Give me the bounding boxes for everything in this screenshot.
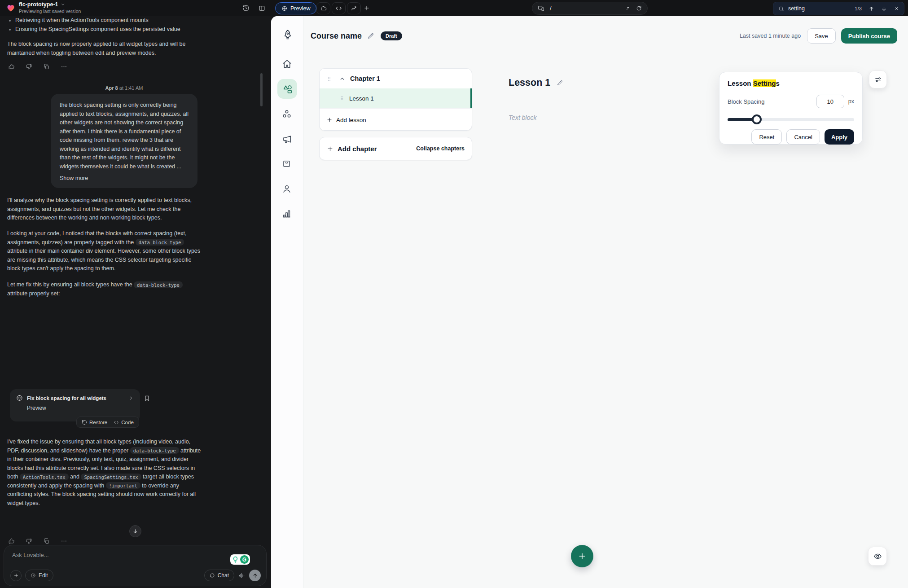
copy-icon[interactable] [43, 63, 50, 70]
refresh-icon[interactable] [636, 5, 642, 11]
user-message-text: the block spacing setting is only correc… [60, 101, 189, 171]
course-title: Course name [311, 31, 362, 41]
edit-mode-button[interactable]: Edit [25, 570, 53, 581]
nav-home-icon[interactable] [282, 59, 292, 69]
app-preview: Course name Draft Last saved 1 minute ag… [271, 16, 908, 588]
drag-handle-icon[interactable] [326, 75, 332, 82]
globe-icon [16, 395, 23, 401]
voice-input-icon[interactable] [238, 572, 245, 579]
thumbs-down-icon[interactable] [26, 538, 32, 544]
thumbs-down-icon[interactable] [26, 63, 32, 70]
code-view-button[interactable] [332, 2, 346, 14]
message-timestamp: Apr 8 at 1:41 AM [51, 85, 197, 91]
preview-eye-button[interactable] [868, 547, 887, 566]
apply-button[interactable]: Apply [825, 129, 854, 145]
plus-icon [327, 145, 333, 152]
attach-plus-button[interactable] [10, 570, 22, 581]
responsive-preview-icon[interactable] [538, 5, 544, 12]
search-input[interactable] [788, 5, 847, 12]
reset-button[interactable]: Reset [751, 129, 782, 145]
nav-store-icon[interactable] [282, 159, 291, 168]
more-options-icon[interactable] [61, 63, 67, 70]
grammarly-g-icon: G [240, 555, 249, 564]
copy-icon[interactable] [43, 538, 50, 544]
slider-thumb[interactable] [752, 114, 762, 124]
empty-text-block[interactable]: Text block [509, 114, 537, 121]
nav-profile-icon[interactable] [282, 184, 292, 194]
drag-handle-icon[interactable] [339, 95, 345, 101]
send-button[interactable] [249, 570, 261, 581]
chevron-up-icon[interactable] [339, 76, 345, 82]
scroll-to-bottom-button[interactable] [129, 525, 141, 537]
rocket-logo-icon [282, 29, 293, 40]
chapter-header-row[interactable]: Chapter 1 [320, 69, 472, 88]
lesson-title-block: Lesson 1 [509, 77, 563, 88]
bookmark-icon[interactable] [144, 395, 150, 402]
search-prev-icon[interactable] [869, 6, 874, 12]
cancel-button[interactable]: Cancel [786, 129, 820, 145]
chat-input-box[interactable]: G Edit Chat [4, 545, 267, 586]
thumbs-up-icon[interactable] [8, 538, 15, 544]
grammarly-badge[interactable]: G [230, 554, 250, 565]
publish-course-button[interactable]: Publish course [841, 28, 897, 44]
project-name: flc-prototype-1 [19, 1, 58, 8]
block-spacing-label: Block Spacing [728, 98, 764, 105]
search-result-count: 1/3 [855, 6, 862, 11]
project-menu[interactable]: flc-prototype-1 [19, 1, 81, 8]
history-icon[interactable] [242, 4, 250, 12]
save-button[interactable]: Save [807, 28, 836, 44]
chat-mode-button[interactable]: Chat [204, 570, 234, 581]
chapter-title: Chapter 1 [350, 75, 380, 82]
settings-sliders-button[interactable] [869, 70, 887, 88]
open-in-new-icon[interactable] [625, 6, 631, 11]
assistant-message: I've fixed the issue by ensuring that al… [7, 438, 204, 508]
project-status: Previewing last saved version [19, 9, 81, 14]
block-spacing-slider[interactable] [728, 114, 854, 124]
edit-title-pencil-icon[interactable] [367, 32, 374, 39]
search-close-icon[interactable] [894, 6, 899, 11]
bullet-item: Retrieving it when the ActionTools compo… [15, 16, 195, 25]
preview-mode-button[interactable]: Preview [275, 2, 316, 14]
url-bar[interactable]: / [532, 2, 648, 15]
add-block-fab[interactable] [571, 545, 593, 567]
panel-toggle-icon[interactable] [259, 5, 265, 12]
analytics-button[interactable] [347, 2, 361, 14]
plus-icon [326, 117, 333, 123]
version-title: Fix block spacing for all widgets [27, 395, 106, 401]
chat-scrollbar[interactable] [260, 73, 263, 106]
add-lesson-button[interactable]: Add lesson [320, 108, 472, 131]
chat-bullet-list: Retrieving it when the ActionTools compo… [15, 16, 195, 34]
project-info: flc-prototype-1 Previewing last saved ve… [19, 1, 81, 14]
publish-cloud-button[interactable] [316, 2, 330, 14]
restore-button[interactable]: Restore [82, 420, 107, 425]
lovable-workspace: flc-prototype-1 Previewing last saved ve… [0, 0, 908, 588]
url-path: / [550, 5, 551, 12]
search-next-icon[interactable] [881, 6, 887, 12]
lovable-logo-icon[interactable] [6, 3, 15, 13]
nav-marketing-icon[interactable] [282, 134, 292, 144]
nav-courses-active[interactable] [277, 79, 297, 99]
nav-analytics-icon[interactable] [282, 209, 291, 219]
add-chapter-card: Add chapter Collapse chapters [319, 137, 472, 160]
app-sidebar-rail [271, 16, 303, 588]
chat-prompt-input[interactable] [12, 552, 183, 558]
chevron-right-icon [128, 395, 134, 401]
search-icon [778, 6, 784, 12]
nav-community-icon[interactable] [282, 109, 292, 119]
collapse-chapters-button[interactable]: Collapse chapters [416, 145, 465, 152]
lesson-settings-popover: Lesson Settings Block Spacing px Reset C… [719, 72, 863, 145]
lesson-row-selected[interactable]: Lesson 1 [320, 88, 472, 108]
settings-title: Lesson Settings [728, 79, 854, 87]
assistant-message: Let me fix this by ensuring all block ty… [7, 281, 204, 298]
show-more-link[interactable]: Show more [60, 175, 88, 181]
block-spacing-input[interactable] [816, 95, 844, 108]
chevron-down-icon [61, 2, 65, 7]
more-options-icon[interactable] [61, 538, 67, 544]
add-chapter-button[interactable]: Add chapter [327, 145, 377, 153]
code-button[interactable]: Code [114, 420, 134, 425]
add-tab-icon[interactable] [364, 5, 370, 11]
thumbs-up-icon[interactable] [8, 63, 15, 70]
assistant-message: I'll analyze why the block spacing setti… [7, 196, 202, 223]
edit-lesson-pencil-icon[interactable] [557, 79, 563, 86]
version-actions: Restore Code [76, 417, 139, 428]
